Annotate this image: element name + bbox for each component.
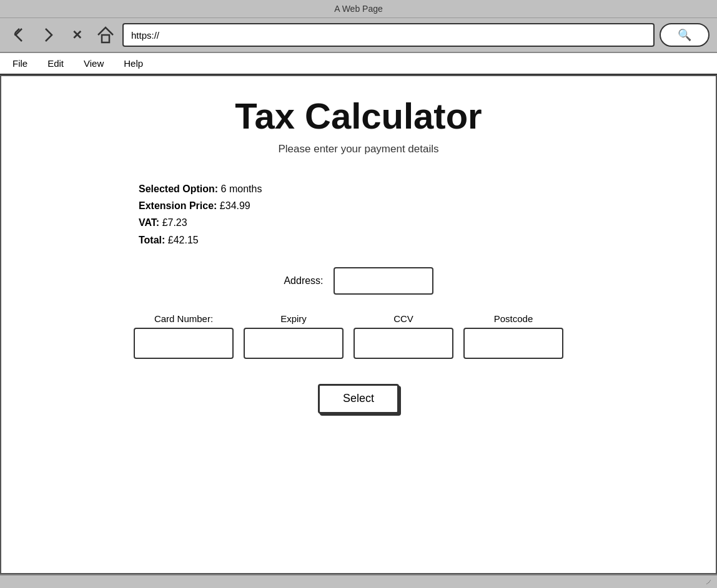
- card-inputs: [134, 328, 583, 359]
- ccv-input[interactable]: [354, 328, 453, 359]
- postcode-label: Postcode: [463, 313, 563, 324]
- address-input[interactable]: [334, 267, 433, 295]
- page-title: Tax Calculator: [235, 95, 482, 137]
- total-row: Total: £42.15: [139, 232, 262, 248]
- search-button[interactable]: 🔍: [660, 23, 710, 47]
- menu-edit[interactable]: Edit: [45, 57, 66, 70]
- window-title: A Web Page: [334, 4, 383, 14]
- content-area: Tax Calculator Please enter your payment…: [0, 75, 717, 574]
- expiry-input[interactable]: [244, 328, 344, 359]
- status-bar: ⟋: [0, 574, 717, 588]
- browser-toolbar: ✕ 🔍: [0, 18, 717, 53]
- payment-info: Selected Option: 6 months Extension Pric…: [139, 180, 262, 248]
- back-button[interactable]: [7, 23, 31, 47]
- ccv-label: CCV: [354, 313, 453, 324]
- menu-file[interactable]: File: [10, 57, 30, 70]
- resize-handle: ⟋: [705, 577, 713, 587]
- card-section: Card Number: Expiry CCV Postcode: [134, 313, 583, 359]
- extension-price-row: Extension Price: £34.99: [139, 197, 262, 214]
- menu-bar: File Edit View Help: [0, 53, 717, 75]
- title-bar: A Web Page: [0, 0, 717, 18]
- menu-view[interactable]: View: [81, 57, 106, 70]
- postcode-input[interactable]: [463, 328, 563, 359]
- card-number-label: Card Number:: [134, 313, 234, 324]
- search-icon: 🔍: [678, 28, 691, 42]
- page-subtitle: Please enter your payment details: [278, 143, 438, 155]
- stop-button[interactable]: ✕: [65, 23, 89, 47]
- expiry-label: Expiry: [244, 313, 344, 324]
- forward-button[interactable]: [36, 23, 60, 47]
- card-labels: Card Number: Expiry CCV Postcode: [134, 313, 583, 324]
- address-bar[interactable]: [122, 23, 655, 47]
- card-number-input[interactable]: [134, 328, 234, 359]
- svg-rect-0: [102, 35, 109, 42]
- address-section: Address:: [284, 267, 433, 295]
- vat-row: VAT: £7.23: [139, 214, 262, 231]
- menu-help[interactable]: Help: [121, 57, 146, 70]
- selected-option-row: Selected Option: 6 months: [139, 180, 262, 197]
- home-button[interactable]: [94, 23, 117, 47]
- select-button[interactable]: Select: [318, 384, 399, 414]
- address-label: Address:: [284, 275, 323, 287]
